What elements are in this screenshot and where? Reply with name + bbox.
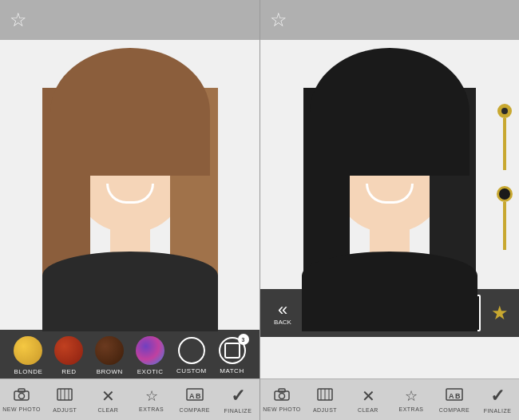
right-toolbar-compare[interactable]: A B COMPARE [433,387,476,413]
svg-rect-2 [18,389,25,392]
brown-label: BROWN [97,368,123,375]
left-clear-label: CLEAR [98,407,119,413]
right-toolbar-extras[interactable]: ☆ EXTRAS [390,387,433,412]
brush1-head [497,104,512,118]
right-hair-top [310,48,469,176]
left-toolbar-adjust[interactable]: ADJUST [43,387,86,413]
left-toolbar-compare[interactable]: A B COMPARE [173,387,216,413]
left-compare-label: COMPARE [180,407,210,413]
right-top-bar: ☆ [260,0,519,40]
brush-tools [497,104,513,250]
right-toolbar-clear[interactable]: ✕ CLEAR [347,386,390,413]
overlay-star-icon: ★ [491,303,509,323]
color-option-blonde[interactable]: BLONDE [14,336,42,375]
right-favorite-star[interactable]: ☆ [270,9,287,31]
blonde-label: BLONDE [14,368,43,375]
left-toolbar-new-photo[interactable]: NEW PHOTO [0,388,43,412]
right-compare-icon: A B [446,387,463,406]
svg-text:A: A [189,392,195,400]
right-finalize-label: FINALIZE [484,408,512,414]
svg-text:B: B [196,392,201,400]
right-panel: ☆ [260,0,519,420]
left-top-bar: ☆ [0,0,260,40]
svg-point-1 [19,393,25,398]
brush2-head [497,186,513,202]
brush-tool-2[interactable] [497,186,513,250]
left-toolbar-finalize[interactable]: ✓ FINALIZE [216,386,260,414]
left-toolbar-clear[interactable]: ✕ CLEAR [86,386,129,413]
color-options-bar: BLONDE RED BROWN EXOTIC CUSTOM [0,330,260,378]
left-photo-area: BLONDE RED BROWN EXOTIC CUSTOM [0,40,260,378]
color-option-custom[interactable]: CUSTOM [176,337,207,374]
right-toolbar-adjust[interactable]: ADJUST [303,387,347,413]
color-option-red[interactable]: RED [54,336,83,375]
match-badge: 3 [238,334,249,345]
extras-star-icon: ☆ [145,387,158,405]
right-bottom-toolbar: NEW PHOTO ADJUST ✕ CLEAR ☆ [260,378,519,420]
right-new-photo-label: NEW PHOTO [263,406,301,412]
left-extras-label: EXTRAS [139,406,164,412]
right-toolbar-new-photo[interactable]: NEW PHOTO [260,388,303,412]
right-clear-label: CLEAR [358,407,378,413]
left-toolbar-extras[interactable]: ☆ EXTRAS [130,387,173,412]
right-clear-icon: ✕ [362,386,375,406]
brush2-handle [503,202,506,250]
svg-text:B: B [455,392,461,400]
brush-tool-1[interactable] [497,104,513,170]
right-adjust-label: ADJUST [313,407,337,413]
right-shoulders [302,252,477,331]
color-option-exotic[interactable]: EXOTIC [136,336,164,375]
exotic-swatch[interactable] [136,336,164,365]
right-finalize-check-icon: ✓ [490,386,505,406]
left-favorite-star[interactable]: ☆ [10,9,27,31]
right-compare-label: COMPARE [439,407,469,413]
camera-icon [14,388,30,405]
svg-text:A: A [449,392,454,400]
left-shoulders [42,252,218,331]
adjust-icon [57,387,73,406]
match-swatch[interactable]: 3 [219,337,246,364]
color-option-match[interactable]: 3 MATCH [219,337,246,374]
match-label: MATCH [220,367,244,374]
left-adjust-label: ADJUST [53,407,77,413]
svg-point-11 [279,393,285,398]
back-label: BACK [274,319,291,326]
back-button[interactable]: « BACK [267,301,299,326]
clear-icon: ✕ [101,386,115,406]
right-adjust-icon [317,387,333,406]
compare-icon: A B [186,387,204,406]
custom-swatch[interactable] [178,337,205,364]
brush1-handle [503,118,506,170]
right-extras-label: EXTRAS [398,406,423,412]
back-arrows-icon: « [278,301,287,319]
svg-rect-12 [279,389,285,392]
brush1-inner [501,108,508,114]
left-finalize-label: FINALIZE [224,408,252,414]
left-portrait [0,40,260,378]
overlay-star-button[interactable]: ★ [487,300,513,326]
color-option-brown[interactable]: BROWN [95,336,124,375]
blonde-swatch[interactable] [14,336,42,365]
brown-swatch[interactable] [95,336,124,365]
left-smile [106,184,154,204]
match-inner-frame [224,343,240,359]
right-extras-star-icon: ☆ [405,387,418,405]
right-camera-icon [274,388,290,405]
finalize-check-icon: ✓ [231,386,245,406]
left-hair-top [50,48,210,176]
app-container: ☆ [0,0,519,420]
left-bottom-toolbar: NEW PHOTO ADJUST ✕ CLEAR ☆ [0,378,260,420]
right-toolbar-finalize[interactable]: ✓ FINALIZE [476,386,519,414]
right-smile [366,184,414,204]
left-panel: ☆ [0,0,260,420]
exotic-label: EXOTIC [137,368,164,375]
red-label: RED [61,368,76,375]
left-new-photo-label: NEW PHOTO [2,406,41,412]
red-swatch[interactable] [54,336,83,365]
right-photo-area: « BACK ★ [260,40,519,378]
custom-label: CUSTOM [176,367,207,374]
